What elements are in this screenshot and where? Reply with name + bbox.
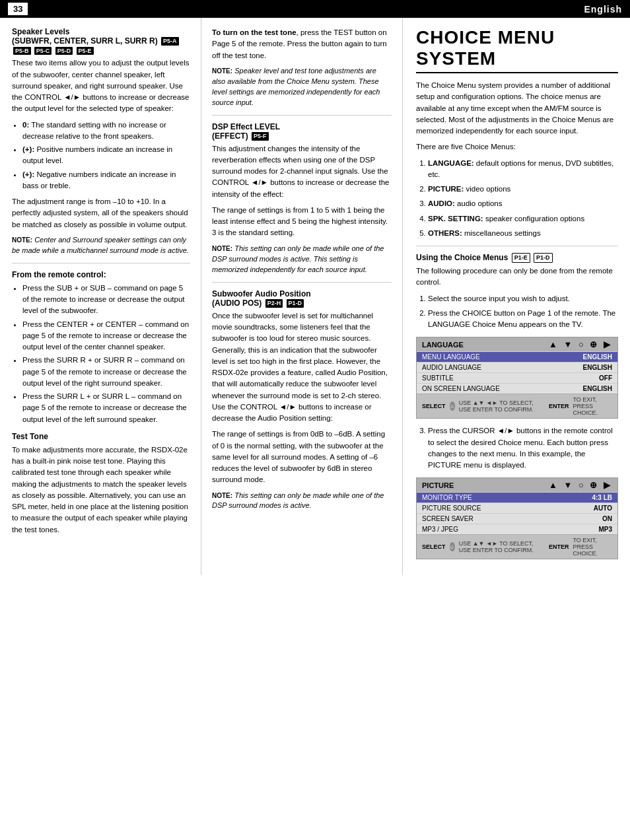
five-menus-label: There are five Choice Menus:: [416, 141, 618, 153]
row-label-menu-lang: MENU LANGUAGE: [422, 353, 480, 361]
using-steps-list-2: Press the CURSOR ◄/► buttons in the remo…: [428, 425, 618, 471]
middle-column: To turn on the test tone, press the TEST…: [201, 18, 403, 575]
footer-enter-label: ENTER: [549, 403, 569, 409]
row-value-audio-lang: ENGLISH: [583, 364, 612, 371]
using-intro: The following procedure can only be done…: [416, 265, 618, 289]
row-label-source: PICTURE SOURCE: [422, 505, 481, 512]
note-dsp: NOTE: This setting can only be made whil…: [212, 244, 392, 275]
footer-enter-label-2: ENTER: [549, 543, 569, 550]
row-label-mp3: MP3 / JPEG: [422, 526, 458, 533]
picture-row-source: PICTURE SOURCE AUTO: [417, 503, 617, 513]
divider-2: [212, 115, 392, 116]
footer-select-text-2: USE ▲▼ ◄► TO SELECT, USE ENTER TO CONFIR…: [459, 540, 541, 553]
language-row-audio-lang: AUDIO LANGUAGE ENGLISH: [417, 362, 617, 372]
using-heading: Using the Choice Menus P1-E P1-D: [416, 253, 618, 263]
step-1: Select the source input you wish to adju…: [428, 293, 618, 304]
note-label-3: NOTE:: [212, 245, 232, 252]
language-menu-icons: ▲ ▼ ○ ⊕ ▶: [549, 339, 612, 349]
badge-p5f: P5-F: [252, 132, 269, 141]
picture-menu-titlebar: PICTURE ▲ ▼ ○ ⊕ ▶: [417, 478, 617, 492]
row-label-monitor: MONITOR TYPE: [422, 494, 472, 501]
menu-item-spk: SPK. SETTING: speaker configuration opti…: [428, 213, 618, 225]
right-column: CHOICE MENU SYSTEM The Choice Menu syste…: [403, 18, 630, 575]
footer-select-label-2: SELECT: [422, 543, 446, 550]
language-menu-box: LANGUAGE ▲ ▼ ○ ⊕ ▶ MENU LANGUAGE ENGLISH…: [416, 337, 618, 419]
row-label-onscreen: ON SCREEN LANGUAGE: [422, 385, 500, 392]
language-menu-title: LANGUAGE: [422, 341, 464, 349]
test-tone-heading: Test Tone: [12, 432, 190, 441]
speaker-levels-intro: These two items allow you to adjust the …: [12, 57, 190, 114]
using-steps-list: Select the source input you wish to adju…: [428, 293, 618, 331]
badge-p5c: P5-C: [34, 47, 52, 55]
note-center-surround: NOTE: Center and Surround speaker settin…: [12, 235, 190, 256]
from-remote-heading: From the remote control:: [12, 270, 190, 279]
badge-p5e: P5-E: [77, 47, 94, 55]
note-label-2: NOTE:: [212, 67, 232, 75]
step-2: Press the CHOICE button on Page 1 of the…: [428, 308, 618, 331]
bullet-negative: (+): Negative numbers indicate an increa…: [22, 169, 190, 192]
remote-bullet-sub: Press the SUB + or SUB – command on page…: [22, 283, 190, 317]
menu-item-others: OTHERS: miscellaneous settings: [428, 228, 618, 239]
row-label-screensaver: SCREEN SAVER: [422, 515, 473, 522]
to-turn-on-heading: To turn on the test tone: [212, 28, 297, 36]
badge-p5b: P5-B: [13, 47, 31, 55]
language-row-subtitle: SUBTITLE OFF: [417, 372, 617, 383]
dsp-heading: DSP Effect LEVEL (EFFECT) P5-F: [212, 122, 392, 141]
picture-menu-box: PICTURE ▲ ▼ ○ ⊕ ▶ MONITOR TYPE 4:3 LB PI…: [416, 477, 618, 559]
badge-p5a: P5-A: [161, 37, 179, 46]
remote-bullet-center: Press the CENTER + or CENTER – command o…: [22, 319, 190, 353]
note-label-1: NOTE:: [12, 236, 32, 244]
divider-3: [212, 282, 392, 283]
sub-audio-heading: Subwoofer Audio Position (AUDIO POS) P2-…: [212, 289, 392, 308]
picture-row-monitor: MONITOR TYPE 4:3 LB: [417, 492, 617, 503]
dsp-text: This adjustment changes the intensity of…: [212, 143, 392, 200]
sub-audio-text: Once the subwoofer level is set for mult…: [212, 310, 392, 425]
bullet-zero: 0: The standard setting with no increase…: [22, 120, 190, 143]
main-content: Speaker Levels (SUBWFR, CENTER, SURR L, …: [0, 18, 630, 575]
choice-menus-list: LANGUAGE: default options for menus, DVD…: [428, 158, 618, 240]
picture-menu-title: PICTURE: [422, 481, 454, 489]
choice-menu-heading: CHOICE MENU SYSTEM: [416, 27, 618, 73]
badge-p1e: P1-E: [512, 253, 530, 263]
choice-menu-intro: The Choice Menu system provides a number…: [416, 80, 618, 137]
left-column: Speaker Levels (SUBWFR, CENTER, SURR L, …: [0, 18, 201, 575]
row-label-audio-lang: AUDIO LANGUAGE: [422, 364, 481, 371]
remote-control-bullets: Press the SUB + or SUB – command on page…: [22, 283, 190, 425]
picture-menu-icons: ▲ ▼ ○ ⊕ ▶: [549, 480, 612, 490]
row-label-subtitle: SUBTITLE: [422, 374, 454, 382]
row-value-onscreen: ENGLISH: [583, 385, 612, 392]
badge-p5d: P5-D: [55, 47, 73, 55]
picture-row-mp3: MP3 / JPEG MP3: [417, 524, 617, 534]
language-row-menu-lang: MENU LANGUAGE ENGLISH: [417, 351, 617, 362]
badge-p1d-sub: P1-D: [287, 299, 304, 308]
row-value-subtitle: OFF: [599, 374, 612, 382]
speaker-levels-title: Speaker Levels (SUBWFR, CENTER, SURR L, …: [12, 27, 190, 55]
speaker-levels-bullets: 0: The standard setting with no increase…: [22, 120, 190, 192]
language-label: English: [584, 4, 622, 15]
row-value-screensaver: ON: [602, 515, 612, 522]
row-value-menu-lang: ENGLISH: [583, 353, 612, 361]
test-tone-text: To make adjustments more accurate, the R…: [12, 444, 190, 536]
row-value-monitor: 4:3 LB: [592, 494, 612, 501]
footer-select-icon: ☺: [450, 402, 455, 411]
step-3: Press the CURSOR ◄/► buttons in the remo…: [428, 425, 618, 471]
adjustment-range-text: The adjustment range is from –10 to +10.…: [12, 196, 190, 230]
to-turn-on-text: To turn on the test tone, press the TEST…: [212, 27, 392, 61]
row-value-source: AUTO: [594, 505, 612, 512]
divider-1: [12, 263, 190, 263]
badge-p2h: P2-H: [265, 299, 283, 308]
footer-enter-text-2: TO EXIT, PRESS CHOICE.: [573, 537, 612, 557]
note-speaker-level: NOTE: Speaker level and test tone adjust…: [212, 66, 392, 108]
sub-audio-range-text: The range of settings is from 0dB to –6d…: [212, 429, 392, 485]
note-label-4: NOTE:: [212, 492, 232, 499]
picture-menu-footer: SELECT ☺ USE ▲▼ ◄► TO SELECT, USE ENTER …: [417, 534, 617, 559]
language-menu-titlebar: LANGUAGE ▲ ▼ ○ ⊕ ▶: [417, 337, 617, 351]
bullet-positive: (+): Positive numbers indicate an increa…: [22, 144, 190, 167]
footer-enter-text: TO EXIT, PRESS CHOICE.: [573, 396, 612, 416]
note-sub-audio: NOTE: This setting can only be made whil…: [212, 491, 392, 512]
remote-bullet-surrl: Press the SURR L + or SURR L – command o…: [22, 391, 190, 425]
page-number: 33: [8, 3, 28, 15]
footer-select-label: SELECT: [422, 403, 446, 409]
badge-p1d: P1-D: [534, 253, 553, 263]
menu-item-language: LANGUAGE: default options for menus, DVD…: [428, 158, 618, 181]
